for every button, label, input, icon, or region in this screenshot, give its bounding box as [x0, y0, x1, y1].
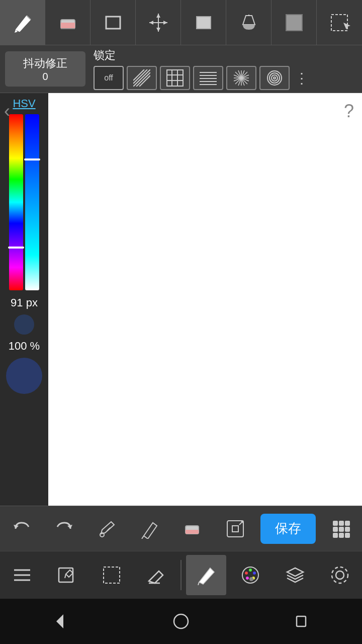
current-color-preview[interactable]	[6, 358, 42, 394]
svg-line-17	[139, 75, 150, 87]
svg-point-73	[246, 577, 249, 580]
selection-tool[interactable]	[317, 0, 362, 45]
svg-point-69	[245, 572, 248, 575]
saturation-slider[interactable]	[25, 114, 39, 290]
svg-rect-55	[339, 527, 344, 532]
settings-nav-button[interactable]	[320, 555, 360, 595]
svg-rect-54	[333, 527, 338, 532]
stabilizer-row: 抖动修正 0 锁定 off	[0, 45, 362, 93]
save-label: 保存	[275, 520, 301, 537]
lock-diagonal1-option[interactable]	[127, 66, 157, 90]
stabilizer-label: 抖动修正	[23, 56, 67, 71]
sys-back-button[interactable]	[40, 601, 80, 641]
svg-point-78	[174, 614, 188, 628]
drawing-area[interactable]	[48, 93, 362, 513]
erase-nav-button[interactable]	[136, 555, 176, 595]
eraser-tool[interactable]	[45, 0, 90, 45]
svg-rect-51	[333, 521, 338, 526]
svg-rect-3	[106, 17, 120, 29]
svg-point-41	[274, 77, 276, 79]
color-sliders	[9, 114, 39, 290]
svg-point-74	[249, 577, 253, 581]
svg-point-40	[272, 75, 278, 81]
undo-button[interactable]	[4, 511, 39, 546]
save-button[interactable]: 保存	[260, 514, 316, 544]
svg-rect-1	[61, 23, 75, 29]
svg-line-16	[136, 72, 150, 87]
bucket-tool[interactable]	[226, 0, 272, 45]
system-nav-bar	[0, 599, 362, 644]
lock-more-button[interactable]: ⋮	[295, 70, 309, 87]
svg-rect-52	[339, 521, 344, 526]
hue-slider[interactable]	[9, 114, 23, 290]
draw-nav-button[interactable]	[186, 555, 226, 595]
svg-rect-59	[345, 533, 350, 538]
pencil-tool[interactable]	[0, 0, 45, 45]
redo-button[interactable]	[47, 511, 82, 546]
lock-grid-option[interactable]	[160, 66, 190, 90]
left-panel: HSV 91 px 100 %	[0, 93, 48, 513]
svg-line-64	[65, 574, 66, 578]
lock-off-label: off	[104, 73, 113, 83]
back-button[interactable]: ‹	[4, 101, 10, 122]
nav-divider	[180, 560, 182, 590]
lock-label: 锁定	[94, 48, 362, 63]
svg-rect-24	[167, 70, 183, 86]
eyedropper-button[interactable]	[89, 511, 125, 546]
layers-nav-button[interactable]	[275, 555, 315, 595]
lock-off-option[interactable]: off	[94, 66, 124, 90]
canvas-area: HSV 91 px 100 %	[0, 93, 362, 513]
lock-section: 锁定 off	[94, 48, 362, 90]
edit-nav-button[interactable]	[47, 555, 87, 595]
svg-point-76	[332, 567, 348, 583]
bottom-action-bar: 保存	[0, 506, 362, 551]
svg-line-18	[133, 69, 147, 84]
svg-point-75	[336, 571, 344, 579]
select-nav-button[interactable]	[92, 555, 132, 595]
svg-rect-65	[104, 567, 120, 583]
lock-options: off	[94, 66, 362, 90]
svg-marker-42	[14, 525, 19, 529]
opacity-label: 100 %	[9, 340, 40, 353]
lock-radial-option[interactable]	[226, 66, 256, 90]
svg-marker-43	[67, 525, 72, 529]
svg-rect-57	[333, 533, 338, 538]
lock-circular-option[interactable]	[259, 66, 290, 90]
grid-button[interactable]	[323, 511, 358, 546]
stabilizer-value: 0	[42, 71, 48, 83]
svg-rect-79	[297, 616, 306, 626]
svg-rect-58	[339, 533, 344, 538]
fill-rect-tool[interactable]	[181, 0, 226, 45]
second-bottom-bar	[0, 551, 362, 599]
lock-horizontal-option[interactable]	[193, 66, 223, 90]
sys-recent-button[interactable]	[282, 601, 322, 641]
palette-nav-button[interactable]	[230, 555, 270, 595]
svg-rect-10	[197, 17, 211, 29]
svg-point-71	[253, 572, 256, 575]
pen-button[interactable]	[132, 511, 167, 546]
svg-rect-13	[331, 15, 347, 31]
svg-rect-12	[286, 15, 302, 31]
svg-marker-77	[56, 614, 63, 628]
menu-nav-button[interactable]	[2, 555, 42, 595]
svg-line-67	[198, 582, 199, 585]
sys-home-button[interactable]	[161, 601, 201, 641]
move-tool[interactable]	[136, 0, 181, 45]
help-button[interactable]: ?	[344, 101, 354, 122]
brush-size-label: 91 px	[11, 296, 38, 309]
eraser-action-button[interactable]	[175, 511, 210, 546]
color-mode-label[interactable]: HSV	[13, 97, 35, 110]
svg-rect-56	[345, 527, 350, 532]
stabilizer-button[interactable]: 抖动修正 0	[5, 51, 85, 87]
export-button[interactable]	[218, 511, 253, 546]
svg-line-46	[142, 536, 144, 539]
svg-rect-48	[186, 530, 199, 534]
brush-size-preview	[14, 314, 34, 335]
svg-line-19	[133, 69, 144, 80]
svg-point-70	[249, 569, 252, 572]
top-toolbar	[0, 0, 362, 45]
rectangle-tool[interactable]	[90, 0, 136, 45]
svg-rect-53	[345, 521, 350, 526]
color-picker-box[interactable]	[272, 0, 317, 45]
